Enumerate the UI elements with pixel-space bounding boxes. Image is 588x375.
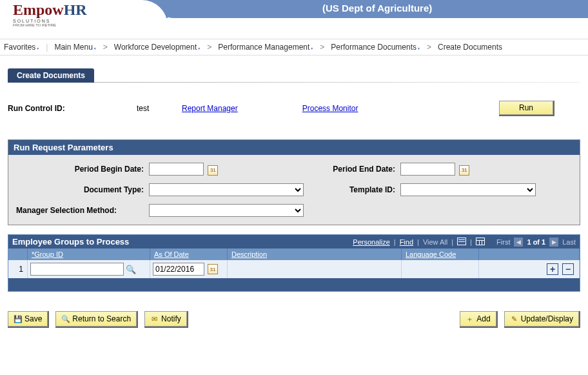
run-control-id-label: Run Control ID:	[8, 104, 117, 113]
employee-groups-grid: Employee Groups to Process Personalize |…	[8, 234, 580, 292]
save-icon: 💾	[14, 315, 22, 323]
period-begin-label: Period Begin Date:	[14, 165, 149, 174]
chevron-right-icon: >	[207, 43, 211, 52]
nav-favorites[interactable]: Favorites▼	[4, 43, 39, 52]
grid-find-link[interactable]: Find	[400, 238, 413, 246]
add-icon: ＋	[466, 315, 474, 323]
notify-button[interactable]: ✉Notify	[144, 311, 187, 327]
document-type-label: Document Type:	[14, 185, 149, 194]
template-id-select[interactable]	[400, 183, 536, 196]
template-id-label: Template ID:	[310, 185, 400, 194]
document-type-select[interactable]	[149, 183, 304, 196]
lookup-icon[interactable]: 🔍	[126, 264, 136, 274]
return-to-search-button[interactable]: 🔍Return to Search	[55, 311, 137, 327]
chevron-right-icon: >	[320, 43, 324, 52]
table-row: 1 🔍 31 + −	[8, 260, 580, 278]
as-of-date-input[interactable]	[153, 263, 204, 276]
page-actions: 💾Save 🔍Return to Search ✉Notify ＋Add ✎Up…	[8, 311, 580, 328]
delete-row-button[interactable]: −	[562, 263, 574, 275]
run-request-parameters: Run Request Parameters Period Begin Date…	[8, 139, 580, 225]
grid-personalize-link[interactable]: Personalize	[353, 238, 389, 246]
grid-first: First	[496, 238, 510, 246]
manager-selection-label: Manager Selection Method:	[14, 206, 149, 215]
col-group-id[interactable]: *Group ID	[28, 248, 150, 260]
group-id-input[interactable]	[30, 263, 124, 276]
grid-counter: 1 of 1	[527, 238, 545, 246]
chevron-right-icon: >	[103, 43, 108, 52]
grid-calendar-icon[interactable]	[476, 238, 485, 247]
row-number: 1	[8, 260, 28, 278]
run-control-id-value: test	[137, 104, 162, 113]
save-button[interactable]: 💾Save	[8, 311, 48, 327]
nav-performance-management[interactable]: Performance Management▼	[218, 43, 313, 52]
period-end-label: Period End Date:	[310, 165, 400, 174]
run-control-row: Run Control ID: test Report Manager Proc…	[8, 101, 580, 116]
grid-download-icon[interactable]	[457, 238, 466, 247]
nav-performance-documents[interactable]: Performance Documents▼	[331, 43, 420, 52]
notify-icon: ✉	[150, 315, 159, 323]
manager-selection-select[interactable]	[149, 204, 304, 217]
process-monitor-link[interactable]: Process Monitor	[302, 104, 358, 113]
grid-last: Last	[562, 238, 576, 246]
nav-create-documents[interactable]: Create Documents	[438, 43, 502, 52]
period-end-date-input[interactable]	[400, 163, 455, 176]
org-name: (US Dept of Agriculture)	[322, 3, 432, 14]
language-code-cell	[402, 260, 479, 278]
page-header: (US Dept of Agriculture) EmpowHR SOLUTIO…	[0, 0, 588, 39]
calendar-icon[interactable]: 31	[208, 165, 218, 176]
chevron-right-icon: >	[427, 43, 431, 52]
page-tab[interactable]: Create Documents	[8, 68, 94, 83]
add-row-button[interactable]: +	[547, 263, 558, 275]
grid-next-icon[interactable]: ▶	[549, 238, 558, 247]
run-button[interactable]: Run	[499, 101, 553, 115]
col-description[interactable]: Description	[228, 248, 402, 260]
search-icon: 🔍	[61, 315, 70, 323]
nav-workforce-development[interactable]: Workforce Development▼	[114, 43, 201, 52]
calendar-icon[interactable]: 31	[459, 165, 469, 176]
logo: EmpowHR SOLUTIONS FROM HIRE TO RETIRE	[13, 1, 87, 27]
grid-prev-icon[interactable]: ◀	[514, 238, 523, 247]
update-display-button[interactable]: ✎Update/Display	[504, 311, 579, 327]
period-begin-date-input[interactable]	[149, 163, 204, 176]
col-language-code[interactable]: Language Code	[402, 248, 479, 260]
grid-view-all: View All	[423, 238, 447, 246]
update-icon: ✎	[510, 315, 518, 323]
col-as-of-date[interactable]: As Of Date	[150, 248, 228, 260]
calendar-icon[interactable]: 31	[208, 264, 218, 274]
add-button[interactable]: ＋Add	[460, 311, 496, 327]
nav-main-menu[interactable]: Main Menu▼	[54, 43, 96, 52]
description-cell	[228, 260, 402, 278]
breadcrumb: Favorites▼ | Main Menu▼ > Workforce Deve…	[0, 39, 588, 56]
report-manager-link[interactable]: Report Manager	[182, 104, 238, 113]
grid-column-headers: *Group ID As Of Date Description Languag…	[8, 248, 580, 260]
